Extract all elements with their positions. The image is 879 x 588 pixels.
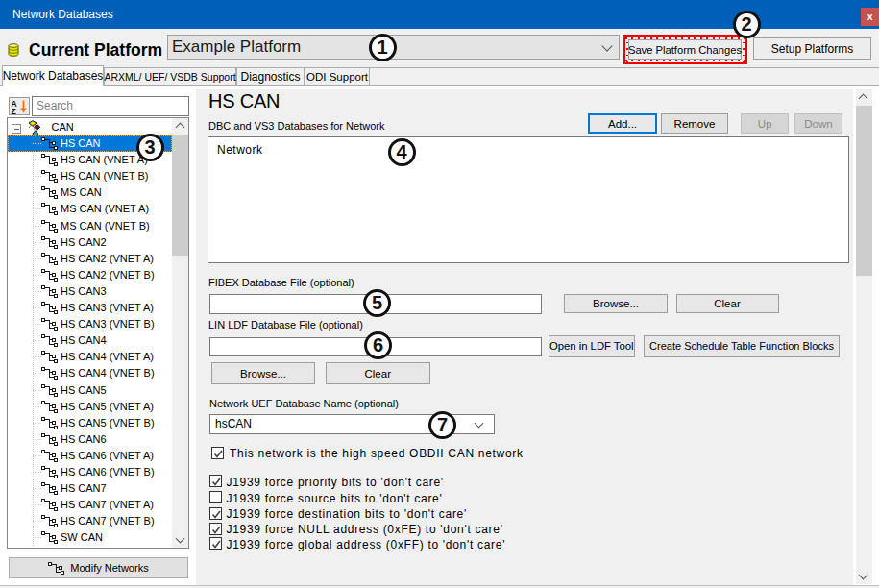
svg-text:Z: Z — [12, 107, 16, 115]
